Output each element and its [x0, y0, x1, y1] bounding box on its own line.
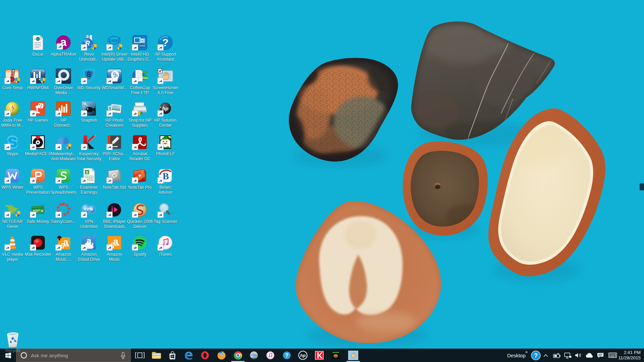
svg-text:<: < — [34, 38, 36, 41]
svg-text:?: ? — [534, 352, 538, 359]
svg-text:S: S — [86, 170, 88, 174]
svg-text:>: > — [40, 38, 42, 41]
svg-text:intel: intel — [109, 38, 119, 43]
svg-text:hp: hp — [300, 353, 306, 358]
svg-text:FREE: FREE — [143, 77, 148, 79]
svg-text:?: ? — [285, 352, 288, 359]
svg-text:VPN: VPN — [84, 207, 94, 211]
svg-text:intel: intel — [140, 44, 145, 47]
